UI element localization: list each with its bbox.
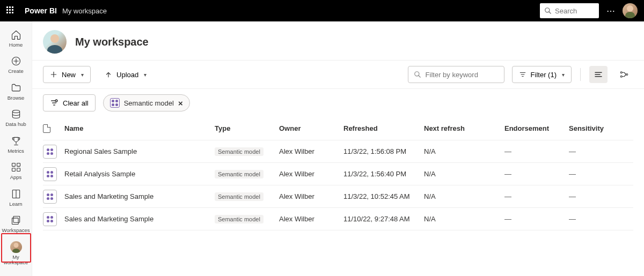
nav-datahub[interactable]: Data hub <box>1 105 31 131</box>
filter-label: Filter (1) <box>531 71 557 79</box>
semantic-model-icon <box>43 167 57 181</box>
col-owner[interactable]: Owner <box>279 124 343 132</box>
left-nav: Home Create Browse Data hub Metrics Apps… <box>0 21 32 276</box>
semantic-model-icon <box>43 145 57 159</box>
nav-my-workspace[interactable]: My workspace <box>1 238 31 270</box>
filter-keyword[interactable] <box>408 66 504 83</box>
cell-next-refresh: N/A <box>424 147 504 155</box>
brand-name: Power BI <box>25 6 57 15</box>
nav-metrics[interactable]: Metrics <box>1 132 31 158</box>
divider <box>580 68 581 81</box>
datahub-icon <box>10 108 22 120</box>
table-row[interactable]: Sales and Marketing SampleSemantic model… <box>43 208 633 230</box>
cell-name: Sales and Marketing Sample <box>64 192 215 200</box>
semantic-model-icon <box>110 98 120 108</box>
nav-home[interactable]: Home <box>1 26 31 52</box>
nav-browse[interactable]: Browse <box>1 79 31 105</box>
breadcrumb[interactable]: My workspace <box>62 7 107 15</box>
folder-icon <box>10 82 22 94</box>
search-icon <box>544 7 552 14</box>
chevron-down-icon: ▾ <box>562 72 565 78</box>
filter-chip-semantic-model[interactable]: Semantic model × <box>103 94 190 111</box>
cell-endorsement: — <box>504 192 569 200</box>
cell-sensitivity: — <box>569 170 623 178</box>
cell-endorsement: — <box>504 215 569 223</box>
book-icon <box>10 188 22 200</box>
close-icon[interactable]: × <box>178 99 183 108</box>
filter-input[interactable] <box>426 71 495 79</box>
nav-label: Browse <box>8 95 25 101</box>
plus-icon <box>50 71 57 78</box>
cell-sensitivity: — <box>569 215 623 223</box>
cell-next-refresh: N/A <box>424 215 504 223</box>
workspace-avatar <box>43 30 67 54</box>
toolbar: New ▾ Upload ▾ Filter (1) ▾ <box>32 60 644 89</box>
col-endorsement[interactable]: Endorsement <box>504 124 569 132</box>
upload-button[interactable]: Upload ▾ <box>98 66 153 83</box>
nav-learn[interactable]: Learn <box>1 185 31 211</box>
global-search[interactable] <box>540 3 599 18</box>
svg-rect-8 <box>17 163 20 167</box>
app-launcher-icon[interactable] <box>6 6 15 15</box>
nav-label: My workspace <box>1 255 31 266</box>
cell-type: Semantic model <box>215 170 264 178</box>
content-table: Name Type Owner Refreshed Next refresh E… <box>32 117 644 230</box>
svg-rect-14 <box>12 218 18 225</box>
list-view-icon <box>594 70 603 79</box>
cell-next-refresh: N/A <box>424 170 504 178</box>
table-row[interactable]: Sales and Marketing SampleSemantic model… <box>43 185 633 208</box>
more-menu-icon[interactable]: ⋯ <box>606 6 615 16</box>
nav-label: Learn <box>9 202 22 207</box>
col-sensitivity[interactable]: Sensitivity <box>569 124 623 132</box>
list-view-button[interactable] <box>589 66 608 83</box>
cell-owner: Alex Wilber <box>279 192 343 200</box>
cell-sensitivity: — <box>569 147 623 155</box>
col-refreshed[interactable]: Refreshed <box>343 124 424 132</box>
cell-type: Semantic model <box>215 215 264 223</box>
cell-type: Semantic model <box>215 147 264 156</box>
chevron-down-icon: ▾ <box>81 72 84 78</box>
main-content: My workspace New ▾ Upload ▾ Filter (1) ▾ <box>32 21 644 276</box>
new-button[interactable]: New ▾ <box>43 66 91 83</box>
nav-label: Data hub <box>5 122 26 127</box>
table-header: Name Type Owner Refreshed Next refresh E… <box>43 117 633 140</box>
upload-label: Upload <box>116 71 138 79</box>
search-input[interactable] <box>555 7 587 15</box>
lineage-icon <box>619 70 629 79</box>
nav-workspaces[interactable]: Workspaces <box>1 211 31 237</box>
svg-rect-10 <box>17 168 20 171</box>
nav-label: Home <box>9 42 23 48</box>
cell-name: Retail Analysis Sample <box>64 170 215 178</box>
cell-refreshed: 11/3/22, 1:56:40 PM <box>343 170 424 178</box>
cell-endorsement: — <box>504 170 569 178</box>
cell-next-refresh: N/A <box>424 192 504 200</box>
chip-label: Semantic model <box>124 99 174 107</box>
svg-rect-7 <box>12 163 15 167</box>
svg-line-19 <box>418 76 420 78</box>
lineage-view-button[interactable] <box>615 66 633 83</box>
avatar-icon <box>10 241 22 253</box>
nav-apps[interactable]: Apps <box>1 158 31 184</box>
svg-line-1 <box>549 12 551 14</box>
col-type[interactable]: Type <box>215 124 279 132</box>
col-next-refresh[interactable]: Next refresh <box>424 124 504 132</box>
nav-label: Create <box>8 69 24 74</box>
table-row[interactable]: Retail Analysis SampleSemantic modelAlex… <box>43 163 633 185</box>
cell-sensitivity: — <box>569 192 623 200</box>
cell-refreshed: 11/3/22, 10:52:45 AM <box>343 192 424 200</box>
filter-button[interactable]: Filter (1) ▾ <box>512 66 572 83</box>
apps-icon <box>10 161 22 173</box>
svg-point-5 <box>12 110 19 113</box>
clear-all-button[interactable]: Clear all <box>43 94 96 111</box>
workspaces-icon <box>10 214 22 226</box>
table-row[interactable]: Regional Sales SampleSemantic modelAlex … <box>43 140 633 163</box>
nav-label: Metrics <box>8 148 24 154</box>
filter-chips-row: Clear all Semantic model × <box>32 89 644 117</box>
new-label: New <box>62 71 76 79</box>
user-avatar[interactable] <box>623 3 638 18</box>
cell-owner: Alex Wilber <box>279 215 343 223</box>
cell-refreshed: 11/3/22, 1:56:08 PM <box>343 147 424 155</box>
nav-create[interactable]: Create <box>1 52 31 78</box>
col-name[interactable]: Name <box>64 124 215 132</box>
cell-name: Regional Sales Sample <box>64 147 215 155</box>
